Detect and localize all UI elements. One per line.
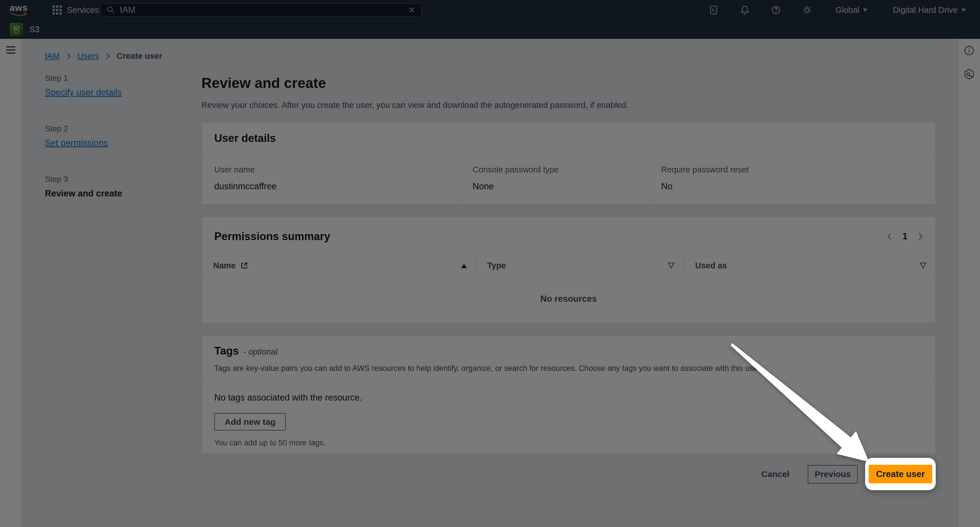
field-value: No bbox=[661, 181, 930, 192]
breadcrumb-current: Create user bbox=[116, 51, 162, 61]
user-details-panel: User details User name dustinmccaffree C… bbox=[201, 122, 936, 205]
tags-empty-message: No tags associated with the resource. bbox=[214, 392, 923, 403]
header-divider bbox=[822, 5, 823, 15]
services-button[interactable]: Services bbox=[52, 5, 99, 15]
aws-console-page: aws Services bbox=[0, 0, 980, 527]
column-label: Name bbox=[213, 261, 236, 270]
filter-icon bbox=[667, 262, 675, 269]
header-divider bbox=[880, 5, 880, 15]
user-details-grid: User name dustinmccaffree Console passwo… bbox=[202, 154, 935, 205]
field-label: User name bbox=[214, 165, 454, 175]
page-description: Review your choices. After you create th… bbox=[201, 100, 628, 110]
spotlight-ring: Create user bbox=[865, 458, 936, 490]
column-label: Type bbox=[487, 261, 506, 270]
pagination: 1 bbox=[886, 231, 924, 241]
create-user-button[interactable]: Create user bbox=[869, 465, 932, 483]
step-2-number: Step 2 bbox=[45, 124, 160, 133]
field-console-password-type: Console password type None bbox=[460, 154, 648, 205]
field-value: None bbox=[473, 181, 643, 192]
permissions-summary-panel: Permissions summary 1 Name bbox=[201, 217, 936, 323]
tags-hint: You can add up to 50 more tags. bbox=[214, 438, 923, 448]
field-label: Console password type bbox=[473, 165, 643, 175]
sort-ascending-icon bbox=[461, 261, 467, 268]
favorite-s3-label: S3 bbox=[29, 25, 40, 34]
side-navigation-rail bbox=[0, 39, 22, 527]
breadcrumb-users[interactable]: Users bbox=[78, 51, 99, 61]
header-divider bbox=[760, 5, 760, 15]
favorites-bar: S3 bbox=[0, 20, 980, 39]
cloudshell-icon[interactable] bbox=[706, 2, 722, 18]
field-user-name: User name dustinmccaffree bbox=[202, 154, 460, 205]
tags-body: No tags associated with the resource. Ad… bbox=[202, 381, 935, 459]
step-divider bbox=[45, 111, 160, 111]
breadcrumb-iam[interactable]: IAM bbox=[45, 51, 60, 61]
column-label: Used as bbox=[695, 261, 727, 270]
header-divider bbox=[45, 5, 45, 15]
tags-optional-label: - optional bbox=[243, 347, 277, 357]
resources-icon[interactable] bbox=[958, 62, 980, 86]
services-grid-icon bbox=[52, 5, 62, 14]
favorite-s3[interactable]: S3 bbox=[10, 23, 40, 36]
page-number: 1 bbox=[902, 231, 907, 241]
info-icon[interactable] bbox=[958, 39, 980, 62]
aws-logo[interactable]: aws bbox=[10, 3, 28, 17]
add-new-tag-button[interactable]: Add new tag bbox=[214, 413, 286, 430]
field-value: dustinmccaffree bbox=[214, 181, 454, 192]
region-selector[interactable]: Global bbox=[830, 5, 873, 15]
help-icon[interactable] bbox=[768, 2, 784, 18]
chevron-right-icon bbox=[66, 52, 71, 60]
column-header-type[interactable]: Type bbox=[476, 256, 683, 275]
header-utilities: Global Digital Hard Drive bbox=[706, 0, 971, 20]
tags-header: Tags - optional Tags are key-value pairs… bbox=[202, 336, 935, 381]
settings-icon[interactable] bbox=[799, 2, 815, 18]
field-label: Require password reset bbox=[661, 165, 930, 175]
tags-description: Tags are key-value pairs you can add to … bbox=[214, 364, 923, 373]
account-label: Digital Hard Drive bbox=[893, 5, 958, 15]
caret-down-icon bbox=[961, 9, 966, 14]
region-label: Global bbox=[835, 5, 859, 15]
header-divider bbox=[791, 5, 792, 15]
page-next-icon[interactable] bbox=[917, 232, 924, 241]
caret-down-icon bbox=[863, 9, 867, 14]
top-navigation-bar: aws Services bbox=[0, 0, 980, 20]
search-input[interactable] bbox=[120, 5, 403, 15]
wizard-steps: Step 1 Specify user details Step 2 Set p… bbox=[45, 74, 160, 199]
field-require-password-reset: Require password reset No bbox=[648, 154, 935, 205]
search-icon bbox=[106, 5, 115, 14]
services-label: Services bbox=[67, 5, 99, 15]
cancel-button[interactable]: Cancel bbox=[761, 469, 789, 479]
external-link-icon bbox=[240, 262, 248, 270]
previous-button[interactable]: Previous bbox=[808, 465, 858, 484]
filter-icon bbox=[920, 262, 927, 269]
permissions-title: Permissions summary bbox=[214, 230, 330, 243]
help-panel-rail bbox=[958, 39, 980, 527]
notifications-icon[interactable] bbox=[737, 2, 753, 18]
step-divider bbox=[45, 161, 160, 162]
step-3-number: Step 3 bbox=[45, 175, 160, 184]
page-title: Review and create bbox=[201, 75, 326, 91]
global-search[interactable] bbox=[100, 3, 422, 17]
step-1-number: Step 1 bbox=[45, 74, 160, 83]
step-2-link[interactable]: Set permissions bbox=[45, 138, 108, 148]
hamburger-icon[interactable] bbox=[6, 46, 16, 54]
user-details-title: User details bbox=[202, 123, 935, 154]
tags-panel: Tags - optional Tags are key-value pairs… bbox=[201, 335, 936, 454]
column-header-name[interactable]: Name bbox=[202, 256, 476, 275]
step-3-current: Review and create bbox=[45, 189, 160, 199]
empty-table-message: No resources bbox=[202, 275, 935, 322]
permissions-table-header: Name Type Used as bbox=[202, 256, 935, 275]
wizard-footer: Cancel Previous bbox=[201, 465, 936, 484]
clear-icon[interactable] bbox=[408, 6, 416, 14]
aws-logo-text: aws bbox=[10, 3, 28, 12]
tags-title: Tags bbox=[214, 345, 239, 357]
breadcrumb: IAM Users Create user bbox=[45, 51, 162, 61]
aws-logo-icon bbox=[10, 12, 28, 17]
column-header-used-as[interactable]: Used as bbox=[683, 256, 935, 275]
account-menu[interactable]: Digital Hard Drive bbox=[888, 5, 971, 15]
s3-bucket-icon bbox=[10, 23, 23, 36]
page-prev-icon[interactable] bbox=[886, 232, 893, 241]
chevron-right-icon bbox=[105, 52, 110, 60]
step-1-link[interactable]: Specify user details bbox=[45, 87, 122, 98]
